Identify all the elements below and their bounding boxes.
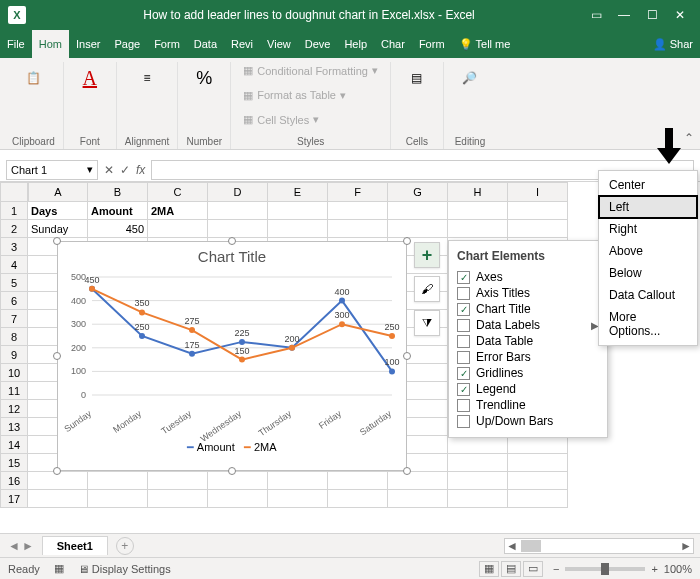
column-header[interactable]: A: [28, 182, 88, 202]
view-normal-icon[interactable]: ▦: [479, 561, 499, 577]
scroll-left-icon[interactable]: ◄: [505, 539, 519, 553]
select-all-corner[interactable]: [0, 182, 28, 202]
cell[interactable]: [448, 202, 508, 220]
zoom-out-icon[interactable]: −: [553, 563, 559, 575]
view-page-layout-icon[interactable]: ▤: [501, 561, 521, 577]
submenu-item[interactable]: Above: [599, 240, 697, 262]
display-settings-button[interactable]: 🖥 Display Settings: [78, 563, 171, 575]
cell[interactable]: [328, 220, 388, 238]
cell[interactable]: [508, 472, 568, 490]
chart-element-item[interactable]: ✓Axes: [457, 269, 599, 285]
checkbox[interactable]: [457, 415, 470, 428]
tab-help[interactable]: Help: [337, 30, 374, 58]
cell[interactable]: [88, 490, 148, 508]
cell[interactable]: [268, 202, 328, 220]
chart-handle[interactable]: [403, 237, 411, 245]
scroll-thumb[interactable]: [521, 540, 541, 552]
chart-element-item[interactable]: Data Labels▶: [457, 317, 599, 333]
submenu-item[interactable]: Data Callout: [599, 284, 697, 306]
number-button[interactable]: %: [186, 62, 222, 94]
column-header[interactable]: B: [88, 182, 148, 202]
checkbox[interactable]: [457, 351, 470, 364]
chart-handle[interactable]: [403, 352, 411, 360]
close-icon[interactable]: ✕: [668, 3, 692, 27]
tab-view[interactable]: View: [260, 30, 298, 58]
submenu-item[interactable]: Below: [599, 262, 697, 284]
zoom-control[interactable]: − + 100%: [553, 563, 692, 575]
cell[interactable]: [388, 202, 448, 220]
tab-developer[interactable]: Deve: [298, 30, 338, 58]
chart-legend[interactable]: ━ Amount ━ 2MA: [58, 441, 406, 458]
chart-element-item[interactable]: ✓Gridlines: [457, 365, 599, 381]
tab-chart[interactable]: Char: [374, 30, 412, 58]
sheet-nav-next-icon[interactable]: ►: [22, 539, 34, 553]
tellme-button[interactable]: 💡Tell me: [452, 30, 518, 58]
checkbox[interactable]: ✓: [457, 271, 470, 284]
scroll-right-icon[interactable]: ►: [679, 539, 693, 553]
cell-b2[interactable]: 450: [88, 220, 148, 238]
zoom-in-icon[interactable]: +: [651, 563, 657, 575]
cell[interactable]: [208, 202, 268, 220]
chart-handle[interactable]: [403, 467, 411, 475]
view-page-break-icon[interactable]: ▭: [523, 561, 543, 577]
name-box[interactable]: Chart 1▾: [6, 160, 98, 180]
row-header[interactable]: 1: [0, 202, 28, 220]
column-header[interactable]: D: [208, 182, 268, 202]
submenu-item[interactable]: Left: [599, 196, 697, 218]
checkbox[interactable]: ✓: [457, 383, 470, 396]
cell[interactable]: [388, 490, 448, 508]
cell[interactable]: [508, 220, 568, 238]
chart-element-item[interactable]: Trendline: [457, 397, 599, 413]
editing-button[interactable]: 🔎: [452, 62, 488, 94]
chart-handle[interactable]: [53, 352, 61, 360]
column-header[interactable]: H: [448, 182, 508, 202]
row-header[interactable]: 9: [0, 346, 28, 364]
cell[interactable]: [448, 472, 508, 490]
chart-handle[interactable]: [53, 237, 61, 245]
cell[interactable]: [28, 490, 88, 508]
cell[interactable]: [388, 220, 448, 238]
cell[interactable]: [268, 220, 328, 238]
tab-file[interactable]: File: [0, 30, 32, 58]
row-header[interactable]: 3: [0, 238, 28, 256]
row-header[interactable]: 14: [0, 436, 28, 454]
checkbox[interactable]: [457, 287, 470, 300]
tab-review[interactable]: Revi: [224, 30, 260, 58]
checkbox[interactable]: ✓: [457, 367, 470, 380]
cell[interactable]: [328, 490, 388, 508]
row-header[interactable]: 8: [0, 328, 28, 346]
tab-format[interactable]: Form: [412, 30, 452, 58]
column-header[interactable]: I: [508, 182, 568, 202]
chart-handle[interactable]: [53, 467, 61, 475]
checkbox[interactable]: [457, 335, 470, 348]
chart-element-item[interactable]: ✓Legend: [457, 381, 599, 397]
enter-formula-icon[interactable]: ✓: [120, 163, 130, 177]
cell[interactable]: [388, 472, 448, 490]
cell[interactable]: [208, 220, 268, 238]
chart-handle[interactable]: [228, 467, 236, 475]
add-sheet-button[interactable]: +: [116, 537, 134, 555]
tab-home[interactable]: Hom: [32, 30, 69, 58]
cell[interactable]: [448, 436, 508, 454]
chart-elements-button[interactable]: +: [414, 242, 440, 268]
submenu-item[interactable]: Center: [599, 174, 697, 196]
tab-insert[interactable]: Inser: [69, 30, 107, 58]
chart-element-item[interactable]: Up/Down Bars: [457, 413, 599, 429]
chart-styles-button[interactable]: 🖌: [414, 276, 440, 302]
font-button[interactable]: A: [72, 62, 108, 94]
minimize-icon[interactable]: —: [612, 3, 636, 27]
cancel-formula-icon[interactable]: ✕: [104, 163, 114, 177]
zoom-slider[interactable]: [565, 567, 645, 571]
cell-b1[interactable]: Amount: [88, 202, 148, 220]
chart-plot[interactable]: 0100200300400500SundayMondayTuesdayWedne…: [58, 271, 408, 441]
tab-page[interactable]: Page: [107, 30, 147, 58]
chart-element-item[interactable]: Axis Titles: [457, 285, 599, 301]
cell[interactable]: [508, 454, 568, 472]
cell[interactable]: [208, 490, 268, 508]
cell[interactable]: [328, 472, 388, 490]
cell[interactable]: [328, 202, 388, 220]
submenu-item[interactable]: Right: [599, 218, 697, 240]
cell[interactable]: [88, 472, 148, 490]
chart-title[interactable]: Chart Title: [58, 242, 406, 271]
cell[interactable]: [148, 472, 208, 490]
